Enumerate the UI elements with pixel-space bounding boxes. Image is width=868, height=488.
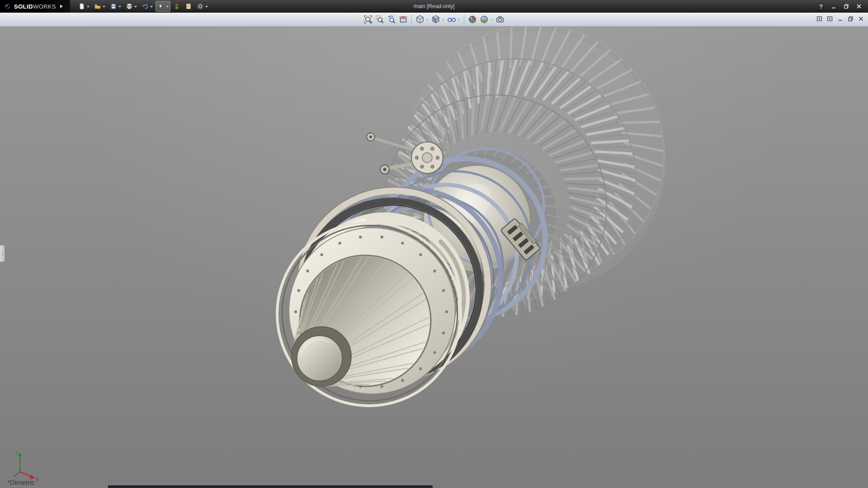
hide-show-items-button[interactable] [446,14,461,25]
apply-scene-button[interactable] [479,14,494,25]
solidworks-window: { "titlebar": { "brand": { "bold": "SOLI… [0,0,868,488]
heads-up-toolbar [363,14,505,25]
toolbar-separator [464,15,464,24]
close-icon [856,4,862,9]
print-dropdown-caret[interactable] [134,6,137,9]
minimize-window-button[interactable] [829,2,838,10]
printer-icon [126,3,133,10]
document-window-controls [815,15,865,23]
save-dropdown-caret[interactable] [118,6,121,9]
section-view-icon [399,15,408,24]
orientation-triad: Y X [14,450,39,482]
pane-toggle-left-icon [816,16,822,22]
featuremanager-collapsed-tab[interactable]: ⋮ [0,245,5,262]
restore-icon [844,4,849,9]
jet-engine-model [277,27,666,406]
view-orientation-button[interactable] [415,14,429,25]
help-button[interactable]: ? [816,2,826,10]
pane-toggle-left-button[interactable] [815,15,824,23]
close-document-icon [858,16,864,22]
select-dropdown-caret[interactable] [166,6,169,9]
help-icon: ? [819,3,823,10]
restore-window-button[interactable] [842,2,851,10]
new-document-icon [78,3,85,10]
edit-appearance-button[interactable] [467,14,478,25]
new-document-button[interactable] [76,1,91,12]
view-orientation-cube-icon [415,15,425,24]
new-dropdown-caret[interactable] [87,6,90,9]
brand-bold: SOLID [14,3,33,10]
options-button[interactable] [195,1,210,12]
select-button[interactable] [156,1,170,12]
view-orientation-label: *Dimetric [7,479,35,486]
view-orientation-caret[interactable] [426,19,429,22]
titlebar-toolbar [76,1,210,12]
section-view-button[interactable] [398,14,409,25]
zoom-to-area-button[interactable] [374,14,385,25]
minimize-document-button[interactable] [836,15,844,23]
save-document-button[interactable] [108,1,123,12]
rebuild-button[interactable] [171,1,182,12]
pane-toggle-right-icon [827,16,833,22]
file-properties-icon [185,3,192,10]
apply-scene-caret[interactable] [490,19,493,22]
undo-dropdown-caret[interactable] [150,6,153,9]
close-window-button[interactable] [854,2,863,10]
hide-show-glasses-icon [447,15,456,24]
open-folder-icon [94,3,101,10]
graphics-viewport[interactable]: Y X ⋮ *Dimetric [0,27,868,488]
display-style-button[interactable] [430,14,445,25]
minimize-document-icon [837,16,843,22]
3d-model-jet-engine: Y X [0,27,868,488]
brand-light: WORKS [33,3,56,10]
display-style-cube-icon [431,15,440,24]
options-dropdown-caret[interactable] [205,6,208,9]
options-gear-icon [197,3,204,10]
previous-view-icon [387,15,396,24]
hide-show-items-caret[interactable] [458,19,460,22]
select-cursor-icon [157,3,165,10]
menu-expand-arrow[interactable] [60,5,65,8]
triad-x-label: X [36,477,39,482]
window-controls: ? [816,2,868,10]
pane-toggle-right-button[interactable] [826,15,834,23]
open-dropdown-caret[interactable] [103,6,105,9]
edit-appearance-sphere-icon [468,15,477,24]
view-settings-camera-icon [495,15,505,24]
display-style-caret[interactable] [442,19,444,22]
file-properties-button[interactable] [183,1,194,12]
restore-document-button[interactable] [846,15,855,23]
bottom-dark-strip [108,485,433,488]
zoom-to-fit-button[interactable] [363,14,373,25]
toolbar-separator [411,15,412,24]
solidworks-logo[interactable]: SOLIDWORKS [0,0,70,13]
heads-up-view-bar [0,13,868,27]
open-document-button[interactable] [92,1,107,12]
previous-view-button[interactable] [386,14,397,25]
brand-text: SOLIDWORKS [14,3,56,10]
rebuild-icon [173,3,180,10]
3ds-logo-icon [4,3,12,10]
zoom-to-fit-icon [363,15,373,24]
minimize-icon [831,4,836,9]
undo-button[interactable] [140,1,155,12]
apply-scene-sphere-icon [480,15,489,24]
restore-document-icon [848,16,854,22]
undo-arrow-icon [142,3,149,10]
print-document-button[interactable] [124,1,139,12]
view-settings-button[interactable] [495,14,505,25]
zoom-to-area-icon [375,15,384,24]
save-disk-icon [110,3,117,10]
close-document-button[interactable] [857,15,865,23]
title-bar: SOLIDWORKS [0,0,868,13]
triad-y-label: Y [15,450,19,455]
